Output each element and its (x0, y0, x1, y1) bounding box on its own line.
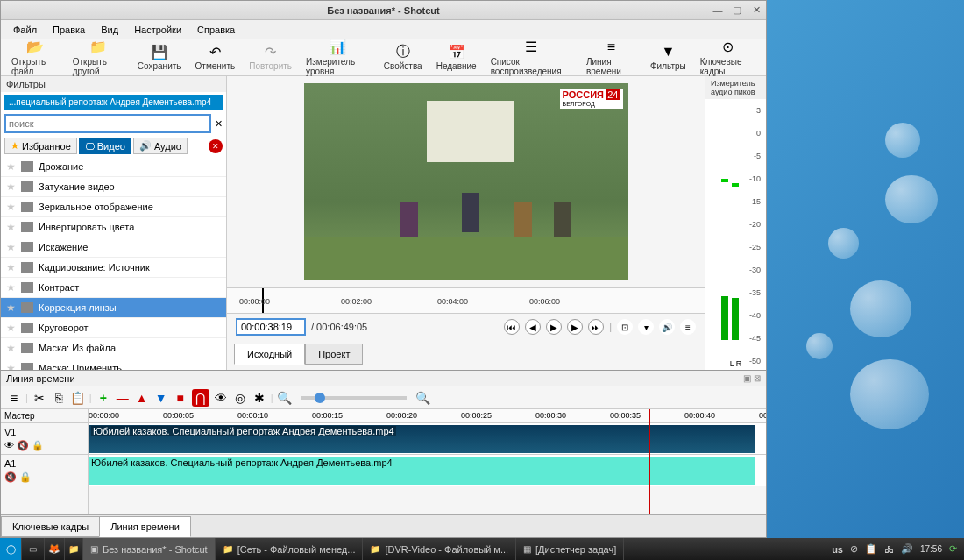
start-button[interactable]: ◯ (0, 538, 22, 560)
close-filters-icon[interactable]: ✕ (209, 139, 223, 153)
firefox-launcher[interactable]: 🦊 (45, 538, 65, 560)
filter-item[interactable]: ★Контраст (1, 278, 226, 298)
timeline-button[interactable]: ≡Линия времени (581, 38, 641, 78)
track-master[interactable]: Мастер (1, 409, 88, 423)
star-icon[interactable]: ★ (6, 160, 16, 173)
tl-overwrite-button[interactable]: ▼ (153, 390, 169, 406)
skip-start-button[interactable]: ⏮ (504, 319, 520, 335)
grid-button[interactable]: ▾ (638, 319, 654, 335)
timeline-close-icon[interactable]: ⊠ (754, 373, 761, 384)
timeline-playhead[interactable] (649, 409, 650, 514)
tab-source[interactable]: Исходный (234, 344, 305, 365)
skip-end-button[interactable]: ⏭ (588, 319, 604, 335)
player-ruler[interactable]: 00:00:00 00:02:00 00:04:00 00:06:00 (227, 287, 705, 314)
more-button[interactable]: ≡ (680, 319, 696, 335)
keyframes-button[interactable]: ⊙Ключевые кадры (695, 38, 761, 78)
filter-item[interactable]: ★Дрожание (1, 157, 226, 177)
lock-icon[interactable]: 🔒 (19, 471, 32, 483)
tray-logout-icon[interactable]: ⟳ (949, 543, 957, 555)
track-a1-header[interactable]: A1 🔇🔒 (1, 455, 88, 486)
filter-item[interactable]: ★Маска: Применить (1, 358, 226, 370)
taskbar-filemanager-2[interactable]: 📁 [DVR-Video - Файловый м... (363, 538, 516, 560)
filter-item[interactable]: ★Круговорот (1, 318, 226, 338)
menu-help[interactable]: Справка (190, 22, 242, 38)
open-other-button[interactable]: 📁Открыть другой (67, 38, 129, 78)
filter-search-input[interactable] (4, 114, 211, 133)
menu-file[interactable]: Файл (6, 22, 44, 38)
star-icon[interactable]: ★ (6, 342, 16, 354)
tl-zoom-slider[interactable] (301, 396, 407, 400)
tl-split-button[interactable]: ■ (173, 390, 188, 406)
track-a1[interactable]: Юбилей казаков. Специальный репортаж Анд… (89, 455, 766, 486)
btab-timeline[interactable]: Линия времени (99, 516, 191, 537)
filter-item[interactable]: ★Кадрирование: Источник (1, 258, 226, 278)
tl-append-button[interactable]: + (96, 390, 111, 406)
show-desktop-button[interactable]: ▭ (22, 538, 45, 560)
mute-icon[interactable]: 🔇 (4, 471, 17, 483)
timecode-input[interactable] (236, 318, 306, 336)
tab-video[interactable]: 🖵Видео (79, 138, 131, 154)
tl-lift-button[interactable]: ▲ (134, 390, 150, 406)
titlebar[interactable]: Без названия* - Shotcut — ▢ ✕ (1, 1, 766, 20)
audio-clip[interactable]: Юбилей казаков. Специальный репортаж Анд… (89, 457, 755, 485)
tl-scrub-button[interactable]: 👁 (213, 390, 229, 406)
tl-paste-button[interactable]: 📋 (70, 390, 86, 406)
star-icon[interactable]: ★ (6, 281, 16, 294)
video-clip[interactable]: Юбилей казаков. Специальный репортаж Анд… (89, 425, 755, 453)
volume-button[interactable]: 🔊 (659, 319, 675, 335)
tab-favorites[interactable]: ★Избранное (4, 138, 77, 154)
tab-audio[interactable]: 🔊Аудио (133, 138, 188, 154)
tl-remove-button[interactable]: — (115, 390, 131, 406)
tl-ripple-all-button[interactable]: ✱ (252, 390, 267, 406)
maximize-button[interactable]: ▢ (731, 4, 743, 17)
save-button[interactable]: 💾Сохранить (132, 42, 187, 73)
video-preview[interactable]: РОССИЯ 24 БЕЛГОРОД (304, 83, 628, 280)
tray-clipboard-icon[interactable]: 📋 (865, 543, 877, 555)
current-file-chip[interactable]: ...пециальный репортаж Андрея Дементьева… (4, 95, 223, 110)
taskbar-shotcut[interactable]: ▣ Без названия* - Shotcut (83, 538, 216, 560)
prev-frame-button[interactable]: ◀ (525, 319, 541, 335)
menu-settings[interactable]: Настройки (127, 22, 188, 38)
btab-keyframes[interactable]: Ключевые кадры (1, 516, 100, 537)
zoom-button[interactable]: ⊡ (617, 319, 633, 335)
play-button[interactable]: ▶ (546, 319, 562, 335)
redo-button[interactable]: ↷Повторить (244, 42, 297, 73)
clear-search-icon[interactable]: ✕ (215, 118, 223, 130)
recent-button[interactable]: 📅Недавние (431, 42, 482, 73)
filter-item[interactable]: ★Инвертировать цвета (1, 217, 226, 237)
tray-network-icon[interactable]: 🖧 (884, 544, 894, 555)
taskbar-filemanager-1[interactable]: 📁 [Сеть - Файловый менед... (216, 538, 364, 560)
star-icon[interactable]: ★ (6, 221, 16, 233)
menu-edit[interactable]: Правка (46, 22, 92, 38)
tl-cut-button[interactable]: ✂ (32, 390, 47, 406)
timeline-undock-icon[interactable]: ▣ (743, 373, 751, 384)
tray-volume-icon[interactable]: 🔊 (901, 543, 913, 555)
files-launcher[interactable]: 📁 (65, 538, 83, 560)
open-file-button[interactable]: 📂Открыть файл (6, 38, 64, 78)
star-icon[interactable]: ★ (6, 241, 16, 253)
filter-item[interactable]: ★Зеркальное отображение (1, 197, 226, 217)
tl-zoom-in-button[interactable]: 🔍 (415, 390, 431, 406)
undo-button[interactable]: ↶Отменить (190, 42, 241, 73)
eye-icon[interactable]: 👁 (4, 440, 14, 451)
tl-ripple-button[interactable]: ◎ (232, 390, 248, 406)
filter-item[interactable]: ★Затухание видео (1, 177, 226, 197)
star-icon[interactable]: ★ (6, 201, 16, 213)
timeline-ruler[interactable]: 00:00:0000:00:0500:00:1000:00:1500:00:20… (89, 409, 766, 423)
star-icon[interactable]: ★ (6, 301, 16, 314)
clock[interactable]: 17:56 (920, 544, 942, 554)
minimize-button[interactable]: — (712, 4, 724, 17)
peak-meter-button[interactable]: 📊Измеритель уровня (301, 38, 375, 78)
taskbar-taskmanager[interactable]: ▦ [Диспетчер задач] (516, 538, 624, 560)
star-icon[interactable]: ★ (6, 181, 16, 193)
playlist-button[interactable]: ☰Список воспроизведения (486, 38, 578, 78)
tab-project[interactable]: Проект (305, 344, 363, 365)
tl-zoom-out-button[interactable]: 🔍 (277, 390, 293, 406)
filter-item[interactable]: ★Искажение (1, 237, 226, 258)
track-v1[interactable]: Юбилей казаков. Специальный репортаж Анд… (89, 423, 766, 455)
next-frame-button[interactable]: ▶ (567, 319, 583, 335)
track-v1-header[interactable]: V1 👁🔇🔒 (1, 423, 88, 455)
mute-icon[interactable]: 🔇 (17, 440, 29, 451)
lock-icon[interactable]: 🔒 (32, 440, 44, 451)
star-icon[interactable]: ★ (6, 362, 16, 370)
